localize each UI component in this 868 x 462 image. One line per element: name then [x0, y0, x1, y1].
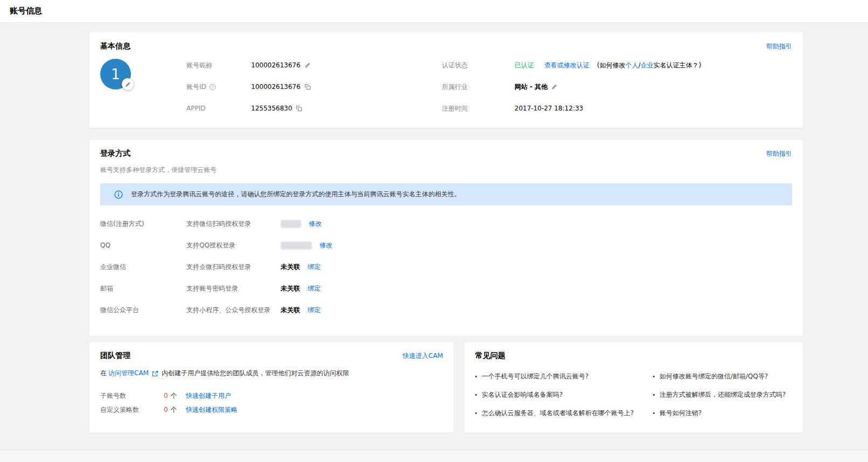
stat-unit: 个 — [171, 405, 177, 415]
faq-column-left: 一个手机号可以绑定几个腾讯云账号? 实名认证会影响域名备案吗? 怎么确认云服务器… — [475, 372, 653, 427]
team-stats: 子账号数 0 个 快速创建子用户 自定义策略数 0 个 快速创建权限策略 — [100, 389, 443, 417]
nickname-row: 账号昵称 100002613676 — [186, 54, 442, 76]
login-method-row: 企业微信 支持企微扫码授权登录 未关联 绑定 — [100, 256, 792, 278]
bullet-icon — [653, 412, 655, 414]
login-method-status: 未关联 — [281, 306, 300, 315]
auth-status-badge: 已认证 — [515, 61, 534, 70]
bullet-icon — [475, 394, 477, 396]
avatar-edit-button[interactable] — [122, 78, 134, 90]
auth-note: (如何修改个人/企业实名认证主体？) — [597, 61, 701, 70]
faq-item-text: 实名认证会影响域名备案吗? — [482, 390, 563, 399]
cam-management-link[interactable]: 访问管理CAM — [108, 369, 149, 378]
bullet-icon — [475, 376, 477, 377]
login-method-status: 未关联 — [281, 284, 300, 293]
masked-value — [281, 220, 301, 228]
login-method-action-link[interactable]: 修改 — [309, 219, 322, 229]
copy-account-id-icon[interactable] — [304, 84, 311, 90]
faq-title: 常见问题 — [475, 351, 505, 361]
login-methods-help-link[interactable]: 帮助指引 — [766, 149, 792, 158]
register-time-label: 注册时间 — [442, 104, 515, 113]
stat-action-link[interactable]: 快速创建子用户 — [186, 391, 231, 401]
info-icon — [114, 190, 123, 199]
industry-value: 网站 - 其他 — [515, 82, 547, 92]
team-description: 在访问管理CAM 内创建子用户提供给您的团队成员，管理他们对云资源的访问权限 — [100, 369, 443, 378]
login-method-action-link[interactable]: 绑定 — [308, 284, 321, 293]
faq-card: 常见问题 一个手机号可以绑定几个腾讯云账号? 实名认证会影响域名备案吗? — [464, 342, 803, 432]
auth-status-row: 认证状态 已认证 查看或修改认证 (如何修改个人/企业实名认证主体？) — [442, 54, 792, 76]
login-methods-title: 登录方式 — [100, 149, 130, 158]
bullet-icon — [475, 412, 477, 414]
external-link-icon — [152, 370, 158, 377]
basic-info-help-link[interactable]: 帮助指引 — [766, 42, 792, 51]
footer-strip — [0, 450, 868, 462]
avatar-wrap: 1 — [100, 54, 186, 119]
enter-cam-link[interactable]: 快速进入CAM — [402, 351, 443, 361]
content-area: 基本信息 帮助指引 1 账号昵称 100002613676 — [89, 32, 803, 432]
stat-action-link[interactable]: 快速创建权限策略 — [186, 405, 238, 415]
faq-item[interactable]: 怎么确认云服务器、域名或者域名解析在哪个账号上? — [475, 409, 653, 418]
team-desc-prefix: 在 — [100, 369, 107, 378]
login-methods-subtitle: 账号支持多种登录方式，便捷管理云账号 — [100, 166, 792, 175]
view-modify-auth-link[interactable]: 查看或修改认证 — [544, 61, 589, 70]
login-method-action-link[interactable]: 绑定 — [308, 306, 321, 315]
stat-unit: 个 — [171, 391, 177, 401]
auth-status-label: 认证状态 — [442, 61, 515, 70]
login-method-desc: 支持企微扫码授权登录 — [186, 263, 281, 272]
svg-text:?: ? — [211, 85, 213, 89]
masked-value — [281, 242, 312, 250]
team-desc-suffix: 内创建子用户提供给您的团队成员，管理他们对云资源的访问权限 — [162, 369, 349, 378]
auth-note-suffix: 实名认证主体？) — [654, 61, 702, 69]
faq-item-text: 账号如何注销? — [659, 409, 702, 418]
faq-item[interactable]: 注册方式被解绑后，还能绑定成登录方式吗? — [653, 390, 792, 399]
stat-label: 自定义策略数 — [100, 405, 164, 415]
enterprise-auth-link[interactable]: 企业 — [641, 61, 654, 69]
login-method-row: QQ 支持QQ授权登录 修改 — [100, 235, 792, 256]
edit-nickname-icon[interactable] — [304, 62, 311, 68]
login-method-row: 微信(注册方式) 支持微信扫码授权登录 修改 — [100, 213, 792, 235]
info-banner: 登录方式作为登录腾讯云账号的途径，请确认您所绑定的登录方式的使用主体与当前腾讯云… — [100, 183, 792, 205]
login-method-name: 微信(注册方式) — [100, 219, 186, 229]
bullet-icon — [653, 376, 655, 377]
login-method-action-link[interactable]: 修改 — [320, 241, 332, 250]
login-method-name: QQ — [100, 242, 186, 249]
account-id-value: 100002613676 — [251, 83, 301, 91]
login-method-name: 微信公众平台 — [100, 306, 186, 315]
info-banner-text: 登录方式作为登录腾讯云账号的途径，请确认您所绑定的登录方式的使用主体与当前腾讯云… — [131, 190, 461, 199]
faq-item-text: 注册方式被解绑后，还能绑定成登录方式吗? — [659, 390, 786, 399]
login-methods-list: 微信(注册方式) 支持微信扫码授权登录 修改 QQ 支持QQ授权登录 修 — [100, 213, 792, 321]
faq-item-text: 一个手机号可以绑定几个腾讯云账号? — [482, 372, 588, 381]
faq-item[interactable]: 如何修改账号绑定的微信/邮箱/QQ等? — [653, 372, 792, 381]
copy-appid-icon[interactable] — [296, 105, 302, 112]
personal-auth-link[interactable]: 个人 — [626, 61, 638, 69]
stat-count: 0 — [164, 392, 168, 399]
appid-label: APPID — [186, 105, 251, 112]
team-management-card: 团队管理 快速进入CAM 在访问管理CAM 内创建子用户提供给您的团队成员，管理… — [89, 342, 454, 432]
nickname-label: 账号昵称 — [186, 61, 251, 70]
login-method-desc: 支持账号密码登录 — [186, 284, 281, 293]
appid-value: 1255356830 — [251, 105, 292, 112]
appid-row: APPID 1255356830 — [186, 98, 442, 119]
bullet-icon — [653, 394, 655, 396]
account-id-label: 账号ID — [186, 82, 206, 92]
team-title: 团队管理 — [100, 351, 130, 361]
industry-label: 所属行业 — [442, 82, 515, 92]
faq-item[interactable]: 实名认证会影响域名备案吗? — [475, 390, 653, 399]
login-methods-card: 登录方式 帮助指引 账号支持多种登录方式，便捷管理云账号 登录方式作为登录腾讯云… — [89, 140, 803, 336]
basic-info-title: 基本信息 — [100, 42, 130, 51]
help-question-icon[interactable]: ? — [209, 84, 216, 91]
login-method-action-link[interactable]: 绑定 — [308, 263, 321, 272]
faq-item[interactable]: 一个手机号可以绑定几个腾讯云账号? — [475, 372, 653, 381]
faq-item[interactable]: 账号如何注销? — [653, 409, 792, 418]
edit-industry-icon[interactable] — [551, 84, 558, 90]
login-method-name: 企业微信 — [100, 263, 186, 272]
stat-count: 0 — [164, 406, 168, 413]
login-method-name: 邮箱 — [100, 284, 186, 293]
login-method-row: 邮箱 支持账号密码登录 未关联 绑定 — [100, 278, 792, 299]
nickname-value: 100002613676 — [251, 61, 301, 69]
team-stat-row: 自定义策略数 0 个 快速创建权限策略 — [100, 403, 443, 417]
stat-label: 子账号数 — [100, 391, 164, 401]
login-method-desc: 支持微信扫码授权登录 — [186, 219, 281, 229]
login-method-status: 未关联 — [281, 263, 300, 272]
faq-item-text: 如何修改账号绑定的微信/邮箱/QQ等? — [659, 372, 768, 381]
page-title: 账号信息 — [10, 6, 42, 16]
